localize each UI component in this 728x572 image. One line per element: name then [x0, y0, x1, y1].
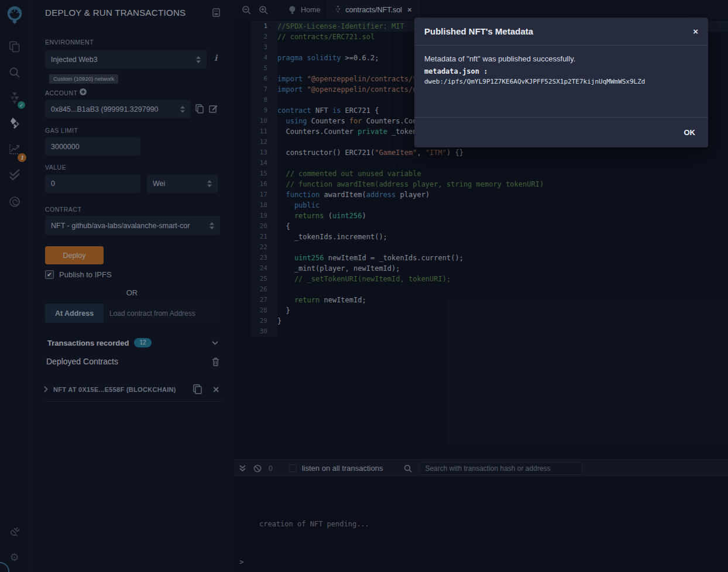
modal-footer: OK: [414, 117, 708, 147]
modal-close-icon[interactable]: ×: [693, 26, 698, 36]
modal-filename: metadata.json :: [424, 67, 698, 75]
modal-body: Metadata of "nft" was published successf…: [414, 46, 708, 117]
modal-message: Metadata of "nft" was published successf…: [424, 54, 698, 63]
ok-button[interactable]: OK: [684, 128, 696, 137]
modal-header: Published NFT's Metadata ×: [414, 18, 708, 46]
published-metadata-modal: Published NFT's Metadata × Metadata of "…: [414, 18, 708, 147]
modal-title: Published NFT's Metadata: [424, 26, 533, 36]
modal-ipfs-url: dweb:/ipfs/QmYL9P1Z7KE6AQvKJPFF52SX1p2TE…: [424, 78, 698, 85]
